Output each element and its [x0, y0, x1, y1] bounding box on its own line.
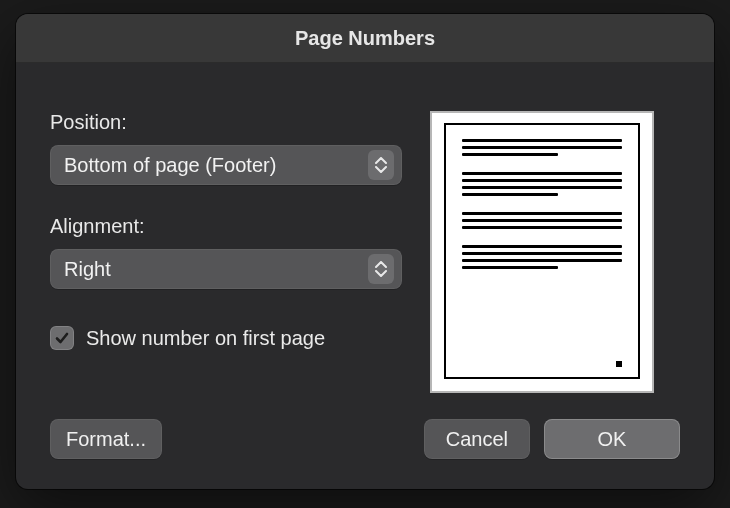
alignment-select[interactable]: Right	[50, 249, 402, 289]
ok-button[interactable]: OK	[544, 419, 680, 459]
format-button-label: Format...	[66, 428, 146, 451]
position-label: Position:	[50, 111, 402, 134]
chevron-up-down-icon	[368, 254, 394, 284]
dialog-title: Page Numbers	[295, 27, 435, 50]
show-first-page-checkbox[interactable]	[50, 326, 74, 350]
preview-page	[444, 123, 640, 379]
page-numbers-dialog: Page Numbers Position: Bottom of page (F…	[16, 14, 714, 489]
ok-button-label: OK	[598, 428, 627, 451]
cancel-button-label: Cancel	[446, 428, 508, 451]
alignment-label: Alignment:	[50, 215, 402, 238]
position-value: Bottom of page (Footer)	[64, 154, 276, 177]
preview-pane	[430, 111, 654, 393]
chevron-up-down-icon	[368, 150, 394, 180]
cancel-button[interactable]: Cancel	[424, 419, 530, 459]
format-button[interactable]: Format...	[50, 419, 162, 459]
preview-page-number-indicator	[616, 361, 622, 367]
alignment-value: Right	[64, 258, 111, 281]
show-first-page-label: Show number on first page	[86, 327, 325, 350]
position-select[interactable]: Bottom of page (Footer)	[50, 145, 402, 185]
dialog-titlebar: Page Numbers	[16, 14, 714, 63]
